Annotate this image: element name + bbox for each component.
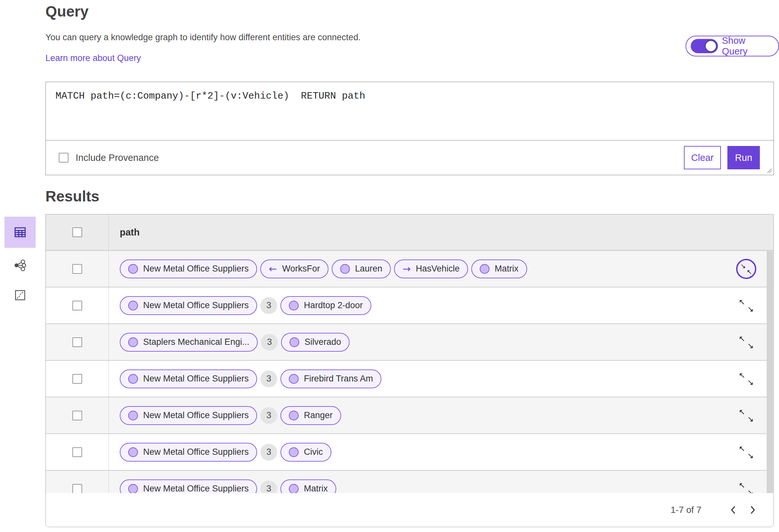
- expand-row-button[interactable]: ↖ ↘: [739, 445, 754, 460]
- expand-row-button[interactable]: ↖ ↘: [739, 335, 754, 350]
- arrow-nw-icon: ↖: [746, 269, 752, 275]
- entity-pill[interactable]: New Metal Office Suppliers: [120, 406, 257, 425]
- tab-table-view[interactable]: [5, 217, 36, 248]
- results-table: path New Metal Office Suppliers ← WorksF…: [46, 214, 774, 527]
- entity-label: Hardtop 2-door: [304, 301, 363, 311]
- entity-pill[interactable]: New Metal Office Suppliers: [120, 296, 257, 315]
- hidden-hops-badge: 3: [260, 297, 277, 314]
- chevron-left-icon: [729, 505, 737, 515]
- hidden-hops-badge: 3: [260, 371, 277, 387]
- entity-icon: [289, 411, 299, 420]
- table-row: New Metal Office Suppliers 3 Firebird Tr…: [46, 361, 774, 397]
- entity-icon: [340, 264, 350, 274]
- hidden-hops-badge: 3: [260, 444, 277, 461]
- entity-label: Silverado: [304, 337, 341, 347]
- entity-label: New Metal Office Suppliers: [143, 410, 249, 420]
- entity-icon: [128, 411, 138, 420]
- row-checkbox[interactable]: [72, 374, 82, 384]
- relationship-label: WorksFor: [282, 264, 320, 274]
- hidden-hops-badge: 3: [260, 407, 277, 424]
- row-checkbox[interactable]: [72, 484, 82, 494]
- next-page-button[interactable]: [743, 500, 763, 520]
- query-text-input[interactable]: MATCH path=(c:Company)-[r*2]-(v:Vehicle)…: [46, 82, 774, 140]
- expand-row-button[interactable]: ↖ ↘: [739, 408, 754, 423]
- row-checkbox[interactable]: [72, 411, 82, 420]
- learn-more-link[interactable]: Learn more about Query: [46, 53, 141, 63]
- results-title: Results: [46, 188, 99, 205]
- entity-icon: [290, 337, 299, 347]
- entity-pill[interactable]: New Metal Office Suppliers: [120, 443, 257, 462]
- entity-pill[interactable]: Matrix: [471, 260, 527, 278]
- tab-map-view[interactable]: [5, 280, 36, 311]
- row-checkbox[interactable]: [72, 447, 82, 457]
- resize-handle-icon[interactable]: [766, 168, 772, 174]
- entity-label: Ranger: [304, 410, 333, 420]
- entity-pill[interactable]: Lauren: [332, 260, 391, 278]
- entity-pill[interactable]: New Metal Office Suppliers: [120, 370, 257, 388]
- entity-pill[interactable]: Hardtop 2-door: [281, 296, 371, 315]
- entity-label: New Metal Office Suppliers: [143, 484, 249, 494]
- chevron-right-icon: [748, 505, 757, 515]
- entity-icon: [289, 301, 299, 311]
- pagination-bar: 1-7 of 7: [46, 493, 774, 527]
- entity-label: Matrix: [495, 264, 519, 274]
- arrow-nw-icon: ↖: [739, 445, 745, 453]
- relationship-pill[interactable]: → HasVehicle: [394, 260, 468, 278]
- entity-pill[interactable]: New Metal Office Suppliers: [120, 260, 257, 278]
- entity-label: Matrix: [304, 484, 328, 494]
- expand-row-button[interactable]: ↖ ↘: [739, 298, 754, 313]
- query-editor-panel: MATCH path=(c:Company)-[r*2]-(v:Vehicle)…: [46, 82, 774, 175]
- show-query-label: Show Query: [722, 36, 770, 57]
- entity-label: New Metal Office Suppliers: [143, 301, 249, 311]
- arrow-se-icon: ↘: [740, 263, 746, 269]
- entity-label: New Metal Office Suppliers: [143, 374, 249, 384]
- table-row: New Metal Office Suppliers 3 Hardtop 2-d…: [46, 287, 774, 324]
- show-query-toggle[interactable]: Show Query: [685, 36, 779, 56]
- column-header-path: path: [109, 227, 139, 238]
- entity-icon: [480, 264, 489, 274]
- arrow-se-icon: ↘: [747, 415, 754, 423]
- table-row: New Metal Office Suppliers ← WorksFor La…: [46, 251, 774, 287]
- entity-label: New Metal Office Suppliers: [143, 447, 249, 457]
- entity-pill[interactable]: Civic: [281, 443, 332, 462]
- arrow-se-icon: ↘: [747, 305, 754, 313]
- entity-label: New Metal Office Suppliers: [143, 264, 249, 274]
- tab-graph-view[interactable]: [5, 250, 36, 281]
- row-checkbox[interactable]: [72, 301, 82, 311]
- entity-icon: [128, 374, 138, 384]
- page-title: Query: [46, 3, 88, 20]
- table-row: New Metal Office Suppliers 3 Ranger ↖ ↘: [46, 397, 774, 434]
- graph-icon: [13, 259, 27, 272]
- collapse-row-button[interactable]: ↘ ↖: [736, 259, 756, 279]
- relationship-pill[interactable]: ← WorksFor: [260, 260, 328, 278]
- entity-icon: [128, 301, 138, 311]
- arrow-nw-icon: ↖: [739, 408, 745, 416]
- arrow-se-icon: ↘: [747, 379, 754, 386]
- entity-pill[interactable]: Ranger: [281, 406, 341, 425]
- entity-label: Firebird Trans Am: [304, 374, 373, 384]
- vertical-scrollbar[interactable]: [767, 251, 773, 493]
- entity-icon: [128, 484, 138, 494]
- hidden-hops-badge: 3: [261, 334, 278, 351]
- table-header-row: path: [46, 214, 774, 251]
- arrow-se-icon: ↘: [747, 342, 754, 350]
- prev-page-button[interactable]: [723, 500, 743, 520]
- row-checkbox[interactable]: [72, 337, 82, 347]
- select-all-checkbox[interactable]: [72, 227, 82, 237]
- query-footer: Include Provenance Clear Run: [46, 140, 774, 175]
- pagination-range-label: 1-7 of 7: [671, 505, 702, 515]
- run-button[interactable]: Run: [727, 146, 760, 169]
- entity-pill[interactable]: Staplers Mechanical Engi...: [120, 333, 258, 352]
- table-row: New Metal Office Suppliers 3 Civic ↖ ↘: [46, 434, 774, 471]
- include-provenance-label: Include Provenance: [76, 152, 159, 163]
- entity-pill[interactable]: Silverado: [281, 333, 350, 352]
- arrow-right-icon: →: [403, 263, 411, 274]
- clear-button[interactable]: Clear: [684, 146, 721, 169]
- include-provenance-checkbox[interactable]: [59, 153, 68, 162]
- expand-row-button[interactable]: ↖ ↘: [739, 372, 754, 386]
- toggle-switch-icon[interactable]: [691, 39, 718, 53]
- arrow-nw-icon: ↖: [739, 298, 745, 306]
- row-checkbox[interactable]: [72, 264, 82, 274]
- entity-pill[interactable]: Firebird Trans Am: [281, 370, 381, 388]
- map-icon: [14, 289, 26, 302]
